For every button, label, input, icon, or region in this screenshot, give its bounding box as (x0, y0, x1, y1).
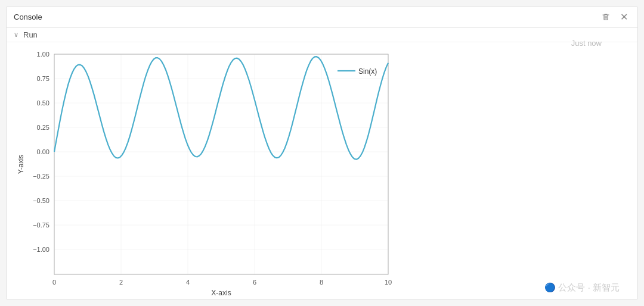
chevron-down-icon: ∨ (14, 31, 18, 39)
svg-text:−0.25: −0.25 (33, 173, 49, 180)
title-bar-right: ✕ (599, 11, 630, 23)
close-button[interactable]: ✕ (618, 11, 630, 23)
run-label: Run (23, 30, 38, 39)
svg-text:4: 4 (186, 279, 190, 286)
svg-text:−1.00: −1.00 (33, 246, 49, 253)
chart-area: 1.00 0.75 0.50 0.25 0.00 −0.25 −0.50 −0.… (7, 42, 637, 304)
run-bar: ∨ Run (7, 28, 637, 42)
console-title: Console (14, 13, 42, 21)
svg-text:0.25: 0.25 (37, 124, 49, 131)
svg-text:0.50: 0.50 (37, 99, 49, 107)
svg-text:−0.50: −0.50 (33, 197, 49, 204)
svg-text:6: 6 (253, 279, 256, 286)
delete-button[interactable] (599, 11, 613, 23)
svg-text:X-axis: X-axis (211, 289, 231, 297)
svg-text:0: 0 (52, 279, 56, 286)
sin-plot: 1.00 0.75 0.50 0.25 0.00 −0.25 −0.50 −0.… (13, 48, 406, 298)
svg-text:8: 8 (320, 279, 323, 286)
svg-text:1.00: 1.00 (37, 51, 49, 58)
svg-text:2: 2 (119, 279, 123, 286)
title-bar-left: Console (14, 13, 42, 21)
svg-text:10: 10 (385, 279, 392, 286)
svg-text:0.00: 0.00 (37, 148, 49, 155)
svg-rect-2 (54, 54, 388, 274)
svg-text:Sin(x): Sin(x) (358, 67, 377, 76)
svg-text:0.75: 0.75 (37, 75, 49, 82)
svg-text:−0.75: −0.75 (33, 221, 49, 229)
watermark: 🔵 公众号 · 新智元 (544, 282, 620, 293)
title-bar: Console ✕ (7, 7, 637, 28)
console-window: Console ✕ ∨ Run Just now (6, 6, 638, 300)
svg-text:Y-axis: Y-axis (17, 155, 25, 174)
